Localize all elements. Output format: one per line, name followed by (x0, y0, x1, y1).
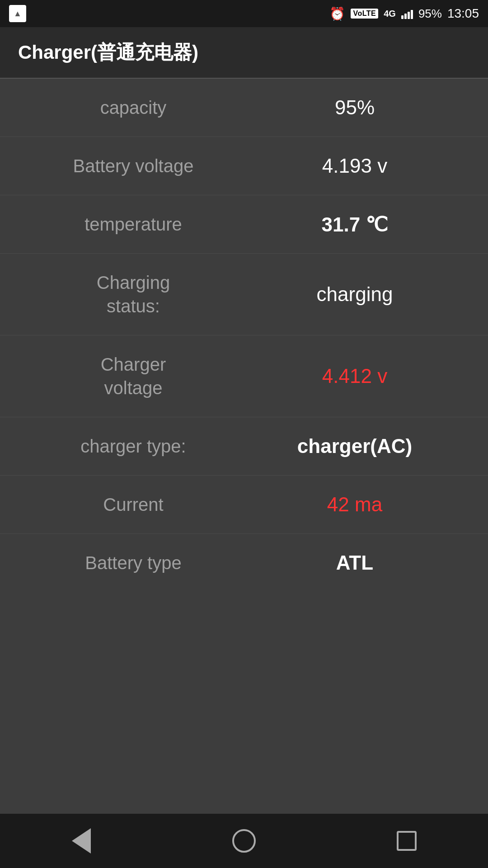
signal-4g-icon: 4G (384, 9, 396, 19)
battery-percent: 95% (418, 7, 442, 21)
status-bar: ⏰ VoLTE 4G 95% 13:05 (0, 0, 488, 27)
value-capacity: 95% (244, 96, 465, 119)
alarm-icon: ⏰ (329, 6, 345, 21)
value-charging-status: charging (244, 283, 465, 306)
app-header: Charger(普通充电器) (0, 27, 488, 78)
row-current: Current 42 ma (0, 476, 488, 534)
status-bar-left (9, 5, 26, 22)
row-charger-type: charger type: charger(AC) (0, 417, 488, 476)
recents-icon (397, 831, 417, 851)
label-charging-status: Charging status: (23, 271, 244, 318)
nav-recents-button[interactable] (389, 823, 425, 859)
row-capacity: capacity 95% (0, 79, 488, 137)
value-battery-type: ATL (244, 552, 465, 574)
row-battery-type: Battery type ATL (0, 534, 488, 592)
signal-bars-icon (401, 8, 413, 19)
home-icon (232, 829, 256, 853)
notification-icon (9, 5, 26, 22)
nav-back-button[interactable] (63, 823, 99, 859)
label-capacity: capacity (23, 96, 244, 119)
nav-home-button[interactable] (226, 823, 262, 859)
label-battery-type: Battery type (23, 551, 244, 575)
label-temperature: temperature (23, 212, 244, 236)
value-charger-voltage: 4.412 v (244, 365, 465, 387)
row-charger-voltage: Charger voltage 4.412 v (0, 335, 488, 417)
label-charger-type: charger type: (23, 434, 244, 458)
value-temperature: 31.7 ℃ (244, 213, 465, 236)
time-display: 13:05 (447, 6, 479, 21)
row-charging-status: Charging status: charging (0, 254, 488, 335)
label-battery-voltage: Battery voltage (23, 154, 244, 178)
back-icon (72, 828, 91, 854)
content-area: capacity 95% Battery voltage 4.193 v tem… (0, 79, 488, 814)
row-battery-voltage: Battery voltage 4.193 v (0, 137, 488, 195)
value-current: 42 ma (244, 493, 465, 516)
status-bar-right: ⏰ VoLTE 4G 95% 13:05 (329, 6, 479, 21)
volte-badge: VoLTE (351, 9, 378, 19)
value-battery-voltage: 4.193 v (244, 155, 465, 177)
app-title: Charger(普通充电器) (18, 42, 198, 63)
value-charger-type: charger(AC) (244, 435, 465, 458)
nav-bar (0, 814, 488, 868)
label-current: Current (23, 493, 244, 516)
label-charger-voltage: Charger voltage (23, 353, 244, 400)
row-temperature: temperature 31.7 ℃ (0, 195, 488, 254)
